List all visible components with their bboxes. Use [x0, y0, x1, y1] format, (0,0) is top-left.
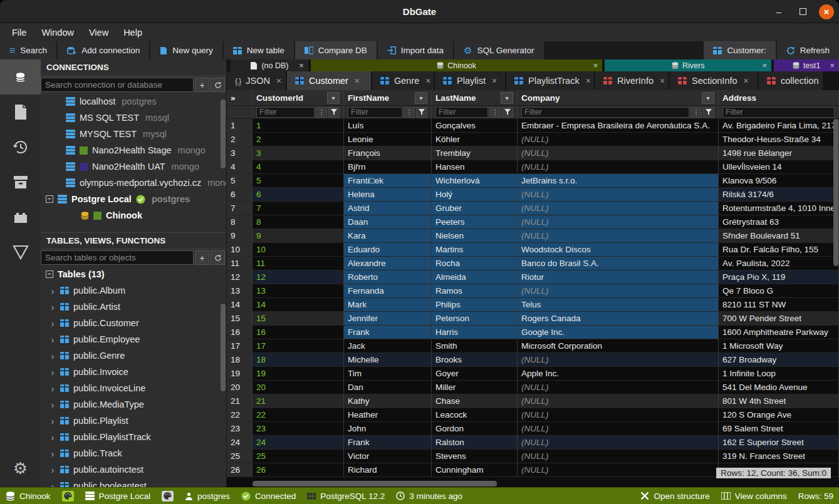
row-number[interactable]: 3	[227, 147, 253, 160]
cell-customerid[interactable]: 26	[253, 463, 344, 476]
cell-company[interactable]: Microsoft Corporation	[518, 339, 719, 352]
close-icon[interactable]: ×	[355, 76, 360, 86]
cell-firstname[interactable]: Roberto	[344, 270, 432, 284]
activitybar-apps[interactable]	[0, 200, 41, 235]
close-icon[interactable]: ×	[492, 76, 497, 86]
column-header-company[interactable]: Company▾	[518, 90, 719, 105]
connection-item[interactable]: olympus-medportal.vychozi.czmongo	[41, 175, 226, 191]
row-number[interactable]: 17	[227, 339, 253, 352]
tab-collection[interactable]: collection×	[759, 71, 824, 90]
cell-customerid[interactable]: 4	[253, 160, 344, 173]
row-number[interactable]: 10	[227, 243, 253, 256]
tables-search-input[interactable]	[41, 250, 194, 265]
cell-customerid[interactable]: 22	[253, 408, 344, 421]
cell-address[interactable]: 1600 Amphitheatre Parkway	[719, 326, 839, 339]
connection-item[interactable]: −Postgre Localpostgres	[41, 191, 226, 207]
column-menu-chevron-icon[interactable]: ▾	[501, 92, 513, 104]
row-number[interactable]: 16	[227, 326, 253, 339]
cell-address[interactable]: Qe 7 Bloco G	[719, 284, 839, 297]
cell-company[interactable]: Rogers Canada	[518, 312, 719, 325]
row-number[interactable]: 24	[227, 436, 253, 449]
tab-riverinfo[interactable]: RiverInfo×	[595, 71, 670, 90]
cell-firstname[interactable]: Richard	[344, 463, 432, 476]
settings-gear-icon[interactable]: ⚙	[13, 459, 28, 478]
toolbar-compare-db-button[interactable]: Compare DB	[295, 41, 377, 59]
cell-lastname[interactable]: Chase	[432, 394, 518, 408]
cell-customerid[interactable]: 17	[253, 339, 344, 352]
cell-firstname[interactable]: Dan	[344, 381, 432, 394]
column-header-lastname[interactable]: LastName▾	[432, 90, 518, 105]
cell-address[interactable]: Theodor-Heuss-Straße 34	[719, 133, 839, 146]
cell-customerid[interactable]: 24	[253, 436, 344, 449]
row-number[interactable]: 6	[227, 188, 253, 201]
activitybar-history[interactable]	[0, 130, 41, 165]
cell-company[interactable]: Apple Inc.	[518, 367, 719, 380]
collapse-icon[interactable]: −	[46, 270, 53, 278]
cell-address[interactable]: Praça Pio X, 119	[719, 270, 839, 284]
cell-address[interactable]: Av. Brigadeiro Faria Lima, 2170	[719, 119, 839, 132]
cell-company[interactable]: (NULL)	[518, 450, 719, 463]
tables-refresh-button[interactable]	[211, 250, 225, 265]
tab-genre[interactable]: Genre×	[372, 71, 435, 90]
cell-lastname[interactable]: Ralston	[432, 436, 518, 449]
row-number[interactable]: 23	[227, 422, 253, 435]
connection-item[interactable]: MS SQL TESTmssql	[41, 110, 226, 126]
filter-input-customerid[interactable]	[256, 107, 315, 118]
row-number[interactable]: 18	[227, 353, 253, 366]
cell-company[interactable]: (NULL)	[518, 422, 719, 435]
activitybar-database[interactable]	[0, 59, 41, 95]
cell-address[interactable]: 700 W Pender Street	[719, 312, 839, 325]
column-header-firstname[interactable]: FirstName▾	[344, 90, 432, 105]
cell-company[interactable]: (NULL)	[518, 353, 719, 366]
cell-lastname[interactable]: Hansen	[432, 160, 518, 173]
chevron-right-icon[interactable]: ›	[50, 481, 56, 488]
filter-input-address[interactable]	[722, 107, 835, 118]
cell-lastname[interactable]: Tremblay	[432, 147, 518, 160]
close-icon[interactable]: ×	[593, 61, 598, 70]
add-connection-plus-button[interactable]: +	[195, 78, 209, 92]
chevron-right-icon[interactable]: ›	[50, 416, 56, 426]
cell-address[interactable]: Rilská 3174/6	[719, 188, 839, 201]
cell-company[interactable]: Woodstock Discos	[518, 243, 719, 256]
cell-company[interactable]: Riotur	[518, 270, 719, 284]
activitybar-filter-triangle[interactable]	[0, 235, 41, 270]
toolbar-sql-generator-button[interactable]: ⚙SQL Generator	[454, 41, 544, 59]
cell-customerid[interactable]: 8	[253, 215, 344, 229]
cell-firstname[interactable]: Fernanda	[344, 284, 432, 297]
grid-corner-cell[interactable]: »	[227, 90, 253, 105]
cell-company[interactable]: (NULL)	[518, 202, 719, 215]
cell-company[interactable]: Telus	[518, 298, 719, 311]
chevron-right-icon[interactable]: ›	[50, 351, 56, 361]
cell-customerid[interactable]: 20	[253, 381, 344, 394]
cell-customerid[interactable]: 15	[253, 312, 344, 325]
statusbar-view-columns[interactable]: View columns	[721, 491, 787, 501]
cell-address[interactable]: Rotenturmstraße 4, 1010 Innere Stadt	[719, 202, 839, 215]
row-number[interactable]: 2	[227, 133, 253, 146]
cell-company[interactable]: Banco do Brasil S.A.	[518, 257, 719, 270]
chevron-right-icon[interactable]: ›	[50, 383, 56, 394]
cell-lastname[interactable]: Almeida	[432, 270, 518, 284]
close-icon[interactable]: ×	[276, 76, 281, 86]
cell-company[interactable]: Google Inc.	[518, 326, 719, 339]
table-item[interactable]: ›public.Genre	[41, 347, 226, 364]
filter-menu-icon[interactable]: ⋮	[316, 107, 327, 118]
cell-lastname[interactable]: Peterson	[432, 312, 518, 325]
table-item[interactable]: ›public.InvoiceLine	[41, 380, 226, 396]
cell-customerid[interactable]: 14	[253, 298, 344, 311]
chevron-right-icon[interactable]: ›	[50, 285, 56, 296]
cell-address[interactable]: 1498 rue Bélanger	[719, 147, 839, 160]
column-menu-chevron-icon[interactable]: ▾	[702, 92, 714, 104]
dbtab-group-Rivers[interactable]: Rivers×	[605, 59, 771, 71]
cell-lastname[interactable]: Gordon	[432, 422, 518, 435]
cell-company[interactable]: (NULL)	[518, 381, 719, 394]
table-item[interactable]: ›public.autoinctest	[41, 461, 226, 478]
cell-address[interactable]: 120 S Orange Ave	[719, 408, 839, 421]
cell-address[interactable]: 627 Broadway	[719, 353, 839, 366]
activitybar-archive[interactable]	[0, 165, 41, 200]
cell-address[interactable]: 162 E Superior Street	[719, 436, 839, 449]
cell-company[interactable]: (NULL)	[518, 133, 719, 146]
tab-sectioninfo[interactable]: SectionInfo×	[670, 71, 759, 90]
cell-firstname[interactable]: Astrid	[344, 202, 432, 215]
cell-company[interactable]: (NULL)	[518, 160, 719, 173]
cell-lastname[interactable]: Philips	[432, 298, 518, 311]
